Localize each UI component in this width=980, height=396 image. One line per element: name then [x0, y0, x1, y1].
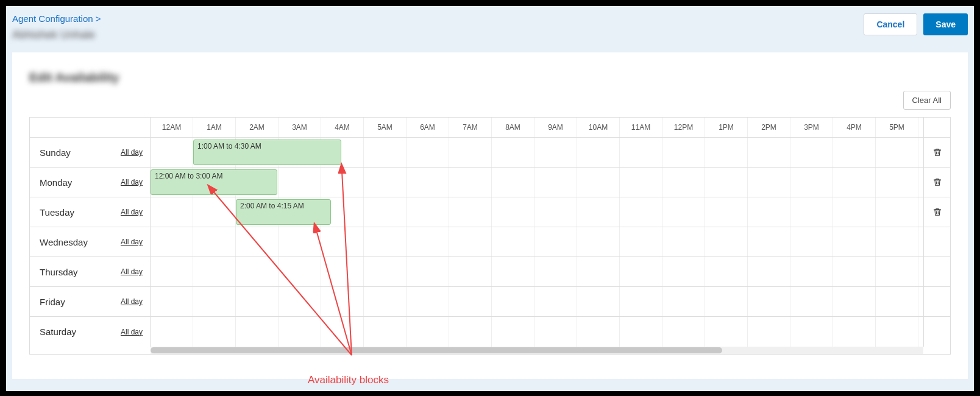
day-rows-container: SundayAll day1:00 AM to 4:30 AMMondayAll… [30, 138, 950, 347]
grid-cell [449, 138, 492, 167]
trash-icon[interactable] [932, 177, 942, 187]
day-label-cell: TuesdayAll day [30, 197, 151, 227]
availability-block[interactable]: 1:00 AM to 4:30 AM [193, 140, 341, 165]
grid-cell [364, 227, 407, 256]
time-header-cell: 12PM [662, 118, 705, 137]
all-day-link[interactable]: All day [121, 178, 143, 186]
availability-block[interactable]: 2:00 AM to 4:15 AM [236, 199, 331, 225]
grid-cell [876, 227, 918, 256]
clear-all-button[interactable]: Clear All [903, 91, 951, 110]
grid-cell [577, 287, 620, 316]
grid-cell [193, 197, 236, 227]
grid-cell [833, 138, 876, 167]
day-track[interactable] [151, 287, 923, 316]
grid-cell [577, 257, 620, 286]
day-name: Monday [40, 177, 72, 188]
grid-cell [151, 138, 193, 167]
day-track[interactable] [151, 257, 923, 286]
time-header-cell: 3AM [279, 118, 321, 137]
grid-cell [449, 197, 492, 227]
grid-cell [790, 257, 833, 286]
grid-cell [534, 168, 577, 197]
day-row: ThursdayAll day [30, 257, 950, 287]
annotation-label: Availability blocks [308, 374, 389, 386]
grid-cell [833, 257, 876, 286]
day-track[interactable]: 1:00 AM to 4:30 AM [151, 138, 923, 167]
grid-cell [662, 197, 705, 227]
availability-block[interactable]: 12:00 AM to 3:00 AM [151, 169, 277, 195]
header-bar: Agent Configuration > Abhishek Unhale Ca… [12, 13, 968, 41]
all-day-link[interactable]: All day [121, 238, 143, 246]
grid-cell [790, 317, 833, 347]
header-trash-blank [923, 118, 950, 137]
trash-cell [923, 227, 950, 256]
day-label-cell: FridayAll day [30, 287, 151, 316]
trash-icon[interactable] [932, 147, 942, 157]
time-header-columns: 12AM1AM2AM3AM4AM5AM6AM7AM8AM9AM10AM11AM1… [151, 118, 923, 137]
day-track[interactable] [151, 317, 923, 347]
grid-cell [705, 138, 748, 167]
grid-cell [790, 197, 833, 227]
grid-cell [236, 287, 279, 316]
grid-cell [876, 197, 918, 227]
grid-cell [364, 138, 407, 167]
grid-cell [705, 227, 748, 256]
grid-cell [492, 168, 534, 197]
day-track[interactable]: 2:00 AM to 4:15 AM [151, 197, 923, 227]
grid-cell [321, 168, 364, 197]
grid-cell [620, 138, 662, 167]
time-header-cell: 4PM [833, 118, 876, 137]
time-header-cell: 10AM [577, 118, 620, 137]
grid-cell [364, 168, 407, 197]
grid-cell [279, 227, 321, 256]
grid-cell [279, 287, 321, 316]
grid-cell [534, 287, 577, 316]
trash-cell [923, 287, 950, 316]
grid-cell [321, 257, 364, 286]
grid-cell [705, 168, 748, 197]
grid-cell [620, 257, 662, 286]
grid-cell [449, 257, 492, 286]
day-track[interactable]: 12:00 AM to 3:00 AM [151, 168, 923, 197]
breadcrumb-link[interactable]: Agent Configuration > [12, 13, 101, 24]
grid-cell [492, 138, 534, 167]
cancel-button[interactable]: Cancel [864, 13, 917, 35]
grid-cell [321, 287, 364, 316]
time-header-cell: 11AM [620, 118, 662, 137]
all-day-link[interactable]: All day [121, 208, 143, 216]
day-row: SaturdayAll day [30, 317, 950, 347]
grid-cell [364, 317, 407, 347]
grid-cell [833, 197, 876, 227]
save-button[interactable]: Save [923, 13, 968, 35]
all-day-link[interactable]: All day [121, 297, 143, 306]
trash-icon[interactable] [932, 207, 942, 217]
day-row: SundayAll day1:00 AM to 4:30 AM [30, 138, 950, 168]
day-name: Tuesday [40, 207, 74, 217]
day-name: Thursday [40, 267, 78, 277]
time-header-cell: 5PM [876, 118, 918, 137]
time-header-cell: 6AM [407, 118, 449, 137]
grid-cell [833, 317, 876, 347]
trash-cell [923, 257, 950, 286]
grid-cell [577, 197, 620, 227]
all-day-link[interactable]: All day [121, 267, 143, 276]
day-track[interactable] [151, 227, 923, 256]
grid-cell [534, 138, 577, 167]
grid-cell [748, 287, 790, 316]
grid-cell [620, 317, 662, 347]
all-day-link[interactable]: All day [121, 328, 143, 336]
scrollbar-thumb[interactable] [151, 347, 722, 353]
grid-cell [833, 287, 876, 316]
grid-cell [577, 317, 620, 347]
all-day-link[interactable]: All day [121, 148, 143, 157]
time-header-cell: 5AM [364, 118, 407, 137]
header-actions: Cancel Save [864, 13, 968, 35]
grid-cell [534, 257, 577, 286]
day-name: Friday [40, 297, 65, 307]
grid-cell [279, 168, 321, 197]
horizontal-scrollbar[interactable] [151, 347, 923, 354]
grid-cell [364, 197, 407, 227]
time-header-cell: 2PM [748, 118, 790, 137]
grid-cell [151, 227, 193, 256]
agent-name: Abhishek Unhale [12, 29, 101, 41]
